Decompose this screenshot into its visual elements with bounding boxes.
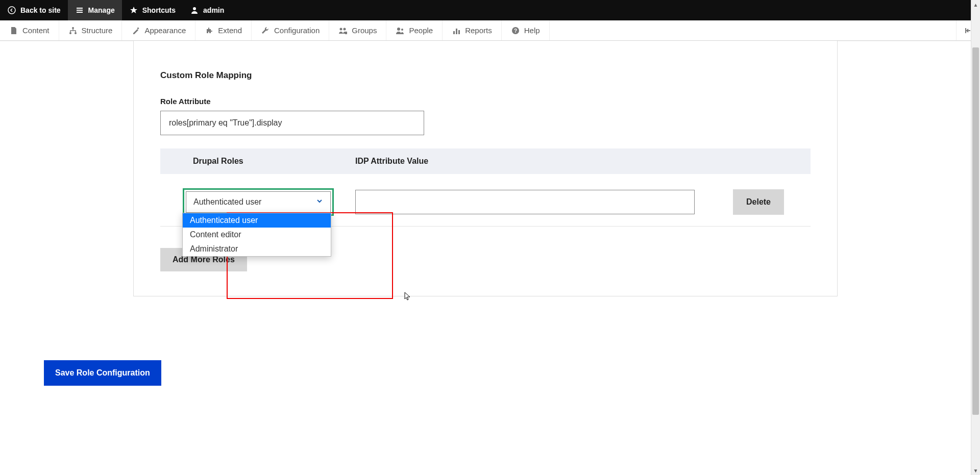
shortcuts-label: Shortcuts bbox=[142, 6, 176, 14]
arrow-left-circle-icon bbox=[7, 6, 16, 15]
cursor-icon bbox=[404, 292, 411, 303]
file-icon bbox=[9, 26, 18, 35]
svg-point-4 bbox=[75, 32, 77, 34]
idp-attribute-value-input[interactable] bbox=[355, 190, 695, 214]
manage-label: Manage bbox=[88, 6, 115, 14]
star-icon bbox=[129, 6, 138, 15]
person-icon bbox=[190, 6, 199, 15]
svg-point-0 bbox=[8, 7, 15, 14]
chevron-down-icon bbox=[316, 197, 323, 207]
svg-point-10 bbox=[401, 29, 403, 31]
user-label: admin bbox=[203, 6, 224, 14]
menu-label: People bbox=[409, 26, 433, 35]
svg-rect-12 bbox=[456, 29, 457, 34]
svg-rect-8 bbox=[345, 32, 347, 34]
puzzle-icon bbox=[205, 26, 214, 35]
bar-chart-icon bbox=[452, 26, 461, 35]
role-attribute-label: Role Attribute bbox=[160, 97, 811, 106]
menu-label: Groups bbox=[352, 26, 377, 35]
scroll-down-button[interactable]: ▼ bbox=[971, 466, 980, 475]
svg-point-1 bbox=[193, 7, 196, 10]
scroll-up-button[interactable]: ▲ bbox=[971, 0, 980, 9]
hierarchy-icon bbox=[68, 26, 78, 35]
svg-point-9 bbox=[397, 28, 400, 31]
manage-toggle[interactable]: Manage bbox=[68, 0, 122, 20]
admin-menu: Content Structure Appearance Extend Conf… bbox=[0, 20, 980, 41]
svg-point-7 bbox=[344, 28, 346, 30]
menu-groups[interactable]: Groups bbox=[329, 20, 386, 40]
menu-label: Reports bbox=[465, 26, 492, 35]
svg-rect-5 bbox=[137, 27, 139, 29]
dropdown-option[interactable]: Authenticated user bbox=[183, 213, 331, 228]
svg-text:?: ? bbox=[514, 28, 517, 34]
drupal-roles-header: Drupal Roles bbox=[160, 157, 355, 166]
role-mapping-card: Custom Role Mapping Role Attribute Drupa… bbox=[133, 41, 838, 296]
table-header: Drupal Roles IDP Attribute Value bbox=[160, 148, 811, 174]
drupal-role-select[interactable]: Authenticated user bbox=[186, 191, 331, 213]
menu-label: Extend bbox=[218, 26, 242, 35]
menu-extend[interactable]: Extend bbox=[195, 20, 252, 40]
vertical-scrollbar[interactable]: ▲ ▼ bbox=[971, 0, 980, 475]
topbar: Back to site Manage Shortcuts admin bbox=[0, 0, 980, 20]
svg-point-3 bbox=[69, 32, 71, 34]
menu-reports[interactable]: Reports bbox=[443, 20, 502, 40]
scroll-track[interactable] bbox=[971, 9, 980, 466]
wrench-icon bbox=[261, 26, 270, 35]
menu-configuration[interactable]: Configuration bbox=[252, 20, 329, 40]
drupal-role-select-wrap: Authenticated user Authenticated user Co… bbox=[183, 188, 334, 216]
back-to-site-link[interactable]: Back to site bbox=[0, 0, 68, 20]
help-icon: ? bbox=[511, 26, 520, 35]
page-container: Custom Role Mapping Role Attribute Drupa… bbox=[0, 41, 971, 475]
section-title: Custom Role Mapping bbox=[160, 70, 811, 81]
menu-label: Help bbox=[524, 26, 540, 35]
dropdown-option[interactable]: Administrator bbox=[183, 242, 331, 256]
shortcuts-link[interactable]: Shortcuts bbox=[122, 0, 183, 20]
groups-icon bbox=[338, 26, 348, 35]
select-value: Authenticated user bbox=[193, 197, 261, 207]
menu-structure[interactable]: Structure bbox=[59, 20, 122, 40]
save-role-configuration-button[interactable]: Save Role Configuration bbox=[44, 360, 161, 386]
svg-point-6 bbox=[340, 28, 342, 30]
dropdown-option[interactable]: Content editor bbox=[183, 228, 331, 242]
menu-label: Structure bbox=[82, 26, 113, 35]
menu-label: Appearance bbox=[144, 26, 186, 35]
menu-help[interactable]: ? Help bbox=[502, 20, 550, 40]
svg-point-2 bbox=[72, 27, 74, 29]
menu-label: Configuration bbox=[274, 26, 320, 35]
hamburger-icon bbox=[75, 6, 84, 15]
menu-content[interactable]: Content bbox=[0, 20, 59, 40]
menu-people[interactable]: People bbox=[386, 20, 443, 40]
delete-button[interactable]: Delete bbox=[733, 189, 784, 215]
svg-rect-11 bbox=[453, 31, 455, 34]
paint-icon bbox=[131, 26, 140, 35]
svg-rect-13 bbox=[458, 30, 460, 34]
scroll-thumb[interactable] bbox=[972, 47, 979, 415]
idp-value-header: IDP Attribute Value bbox=[355, 157, 811, 166]
table-row: Authenticated user Authenticated user Co… bbox=[160, 174, 811, 227]
back-label: Back to site bbox=[20, 6, 61, 14]
people-icon bbox=[396, 26, 405, 35]
menu-label: Content bbox=[22, 26, 50, 35]
user-menu[interactable]: admin bbox=[183, 0, 231, 20]
dropdown-list: Authenticated user Content editor Admini… bbox=[182, 213, 331, 257]
menu-appearance[interactable]: Appearance bbox=[122, 20, 195, 40]
role-attribute-input[interactable] bbox=[160, 111, 424, 135]
